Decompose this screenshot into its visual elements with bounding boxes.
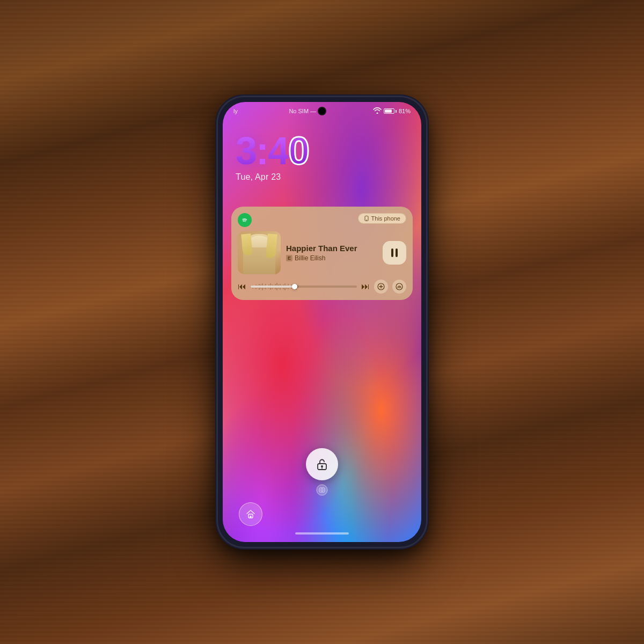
home-button[interactable] bbox=[239, 502, 262, 526]
camera-hole bbox=[319, 108, 325, 114]
music-player-card[interactable]: This phone Hap bbox=[231, 207, 413, 300]
wifi-icon bbox=[373, 107, 382, 115]
explicit-badge: E bbox=[286, 255, 292, 261]
camera-icon bbox=[316, 484, 328, 496]
battery-percent: 81% bbox=[399, 108, 411, 114]
device-phone-icon bbox=[364, 216, 369, 221]
home-area bbox=[223, 502, 421, 526]
phone-screen: ly No SIM — E 81% bbox=[223, 102, 421, 542]
artist-row: E Billie Eilish bbox=[286, 254, 377, 262]
next-button[interactable]: ⏭ bbox=[361, 282, 370, 291]
progress-fill bbox=[251, 286, 295, 288]
status-icons: 81% bbox=[373, 107, 411, 115]
previous-button[interactable]: ⏮ bbox=[238, 282, 246, 291]
clock-time: 3:40 bbox=[236, 131, 309, 170]
song-title: Happier Than Ever bbox=[286, 244, 377, 253]
device-label: This phone bbox=[371, 215, 400, 222]
clock-widget: 3:40 Tue, Apr 23 bbox=[236, 131, 309, 182]
unlock-icon bbox=[315, 457, 329, 471]
progress-bar[interactable] bbox=[251, 286, 357, 288]
nav-indicator bbox=[295, 532, 349, 535]
phone-device: ly No SIM — E 81% bbox=[217, 97, 427, 547]
airplay-button[interactable] bbox=[392, 280, 406, 294]
status-carrier: ly bbox=[233, 108, 238, 114]
unlock-button[interactable] bbox=[306, 448, 338, 480]
status-sim: No SIM — E bbox=[289, 108, 321, 114]
svg-point-2 bbox=[366, 219, 367, 221]
artist-name: Billie Eilish bbox=[295, 254, 325, 262]
add-to-library-button[interactable] bbox=[374, 280, 388, 294]
svg-rect-14 bbox=[250, 516, 252, 518]
music-info: Happier Than Ever E Billie Eilish bbox=[286, 244, 377, 262]
camera-shortcut[interactable] bbox=[314, 482, 330, 498]
svg-point-11 bbox=[317, 485, 327, 495]
music-card-content: Happier Than Ever E Billie Eilish bbox=[238, 231, 406, 274]
spotify-icon bbox=[238, 213, 252, 227]
music-card-header: This phone bbox=[238, 213, 406, 227]
device-badge: This phone bbox=[358, 213, 406, 224]
pause-icon bbox=[391, 248, 398, 257]
pause-button[interactable] bbox=[383, 241, 406, 265]
svg-point-7 bbox=[399, 288, 400, 289]
home-icon bbox=[245, 509, 256, 519]
clock-date: Tue, Apr 23 bbox=[236, 172, 309, 182]
progress-area: ⏮ bbox=[238, 280, 406, 294]
battery-icon bbox=[384, 108, 397, 114]
album-art bbox=[238, 231, 281, 274]
